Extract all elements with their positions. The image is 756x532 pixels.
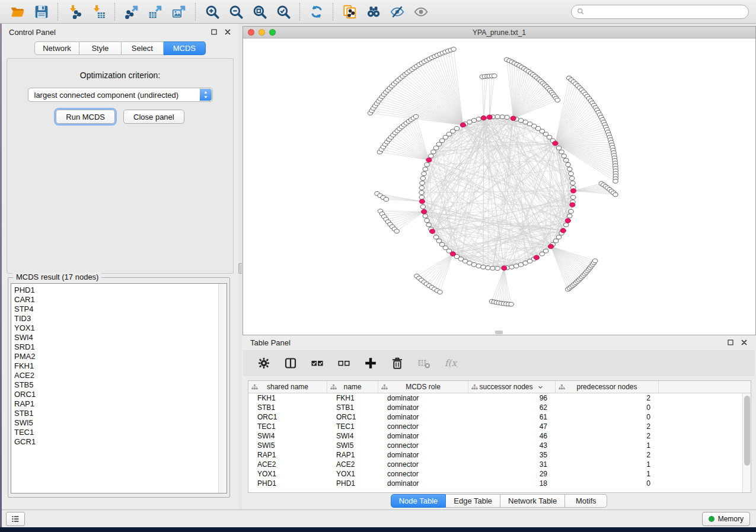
column-header-successor-nodes[interactable]: successor nodes <box>468 381 556 393</box>
column-header-name[interactable]: name <box>327 381 378 393</box>
table-row[interactable]: FKH1FKH1dominator962 <box>248 393 751 403</box>
tab-network-table[interactable]: Network Table <box>500 494 565 508</box>
mcds-result-item[interactable]: ACE2 <box>14 371 227 380</box>
float-panel-button[interactable] <box>210 28 218 36</box>
mcds-result-list[interactable]: PHD1CAR1STP4TID3YOX1SWI4SRD1PMA2FKH1ACE2… <box>11 283 227 493</box>
tab-mcds[interactable]: MCDS <box>164 41 206 55</box>
mcds-result-item[interactable]: RAP1 <box>14 399 227 409</box>
mcds-result-item[interactable]: CAR1 <box>14 295 227 305</box>
column-header-shared-name[interactable]: shared name <box>248 381 327 393</box>
column-header-predecessor-nodes[interactable]: predecessor nodes <box>556 381 659 393</box>
close-mcds-panel-button[interactable]: Close panel <box>123 110 184 124</box>
mcds-result-item[interactable]: SWI4 <box>14 333 227 342</box>
network-graph[interactable] <box>243 39 755 335</box>
select-all-button[interactable] <box>308 354 326 372</box>
tab-select[interactable]: Select <box>122 41 164 55</box>
canvas-hscroll-thumb[interactable] <box>495 331 503 334</box>
import-table-button[interactable] <box>87 2 110 22</box>
column-header-label: successor nodes <box>479 383 532 391</box>
list-scrollbar[interactable] <box>218 284 227 493</box>
search-input[interactable] <box>585 7 744 17</box>
mcds-result-item[interactable]: SRD1 <box>14 342 227 352</box>
network-window-titlebar: YPA_prune.txt_1 <box>243 27 755 39</box>
binoculars-icon <box>366 4 381 20</box>
mcds-result-item[interactable]: TEC1 <box>14 428 227 437</box>
column-header-label: name <box>343 383 361 391</box>
find-button[interactable] <box>362 2 385 22</box>
mcds-result-item[interactable]: STB1 <box>14 409 227 418</box>
table-row[interactable]: SWI4SWI4dominator462 <box>248 431 751 441</box>
close-table-panel-button[interactable] <box>741 339 748 346</box>
refresh-button[interactable] <box>305 2 328 22</box>
table-vscroll-thumb[interactable] <box>744 396 750 466</box>
tab-motifs[interactable]: Motifs <box>565 494 607 508</box>
tab-network[interactable]: Network <box>34 41 79 55</box>
desktop-wallpaper-strip <box>0 24 2 527</box>
mcds-result-item[interactable]: PMA2 <box>14 352 227 361</box>
table-cell: 2 <box>556 432 659 440</box>
mcds-result-item[interactable]: STP4 <box>14 305 227 314</box>
save-session-button[interactable] <box>30 2 53 22</box>
table-row[interactable]: TEC1TEC1connector472 <box>248 422 751 431</box>
delete-entry-button[interactable] <box>388 354 406 372</box>
float-table-panel-button[interactable] <box>727 339 734 346</box>
zoom-in-button[interactable] <box>200 2 224 22</box>
optimization-criterion-label: Optimization criterion: <box>7 70 233 80</box>
table-settings-button[interactable] <box>255 354 273 372</box>
table-row[interactable]: YOX1YOX1connector291 <box>248 469 751 479</box>
memory-button[interactable]: Memory <box>702 512 750 526</box>
show-columns-button[interactable] <box>282 354 299 372</box>
select-all-icon <box>310 356 324 370</box>
table-cell: ACE2 <box>327 460 378 469</box>
open-session-button[interactable] <box>6 2 30 22</box>
zoom-out-button[interactable] <box>224 2 248 22</box>
window-zoom-button[interactable] <box>269 29 276 36</box>
deselect-all-button[interactable] <box>335 354 353 372</box>
mcds-result-item[interactable]: GCR1 <box>14 437 227 447</box>
mcds-result-group: MCDS result (17 nodes) PHD1CAR1STP4TID3Y… <box>8 277 230 498</box>
export-table-icon <box>148 4 163 20</box>
zoom-selected-button[interactable] <box>272 2 295 22</box>
criterion-dropdown[interactable]: largest connected component (undirected) <box>28 88 213 102</box>
tab-node-table[interactable]: Node Table <box>391 494 446 508</box>
run-mcds-button[interactable]: Run MCDS <box>56 110 115 124</box>
import-network-button[interactable] <box>63 2 87 22</box>
export-table-button[interactable] <box>143 2 167 22</box>
network-canvas[interactable] <box>243 39 755 335</box>
table-cell: STB1 <box>327 403 378 412</box>
export-image-button[interactable] <box>167 2 191 22</box>
mcds-result-item[interactable]: STB5 <box>14 380 227 390</box>
mcds-result-item[interactable]: YOX1 <box>14 323 227 333</box>
table-cell: connector <box>378 470 468 478</box>
table-row[interactable]: SWI5SWI5connector431 <box>248 441 751 450</box>
export-network-button[interactable] <box>120 2 143 22</box>
mcds-result-item[interactable]: SWI5 <box>14 418 227 428</box>
delete-icon <box>390 356 404 370</box>
zoom-fit-button[interactable] <box>248 2 272 22</box>
table-row[interactable]: RAP1RAP1dominator352 <box>248 450 751 460</box>
task-history-button[interactable] <box>6 512 25 526</box>
mcds-result-item[interactable]: FKH1 <box>14 361 227 371</box>
window-minimize-button[interactable] <box>259 29 265 36</box>
mcds-result-item[interactable]: ORC1 <box>14 390 227 399</box>
toggle-graphics-details-button[interactable] <box>385 2 409 22</box>
add-entry-button[interactable] <box>362 354 379 372</box>
column-header-MCDS-role[interactable]: MCDS role <box>378 381 468 393</box>
tab-style[interactable]: Style <box>79 41 122 55</box>
close-control-panel-button[interactable] <box>224 28 231 36</box>
tab-edge-table[interactable]: Edge Table <box>446 494 500 508</box>
table-row[interactable]: ORC1ORC1dominator610 <box>248 412 751 422</box>
table-row[interactable]: PHD1PHD1dominator180 <box>248 479 751 488</box>
table-row[interactable]: ACE2ACE2connector311 <box>248 460 751 469</box>
window-close-button[interactable] <box>248 29 254 36</box>
table-cell: YOX1 <box>248 470 327 478</box>
table-row[interactable]: STB1STB1dominator620 <box>248 403 751 412</box>
table-panel-header: Table Panel <box>242 335 756 350</box>
clone-network-button[interactable] <box>338 2 362 22</box>
hierarchy-icon <box>558 383 566 391</box>
table-vscrollbar[interactable] <box>742 393 751 492</box>
mcds-result-item[interactable]: PHD1 <box>14 286 227 295</box>
mcds-result-item[interactable]: TID3 <box>14 314 227 323</box>
search-box[interactable] <box>571 5 749 19</box>
show-hide-button[interactable] <box>409 2 433 22</box>
